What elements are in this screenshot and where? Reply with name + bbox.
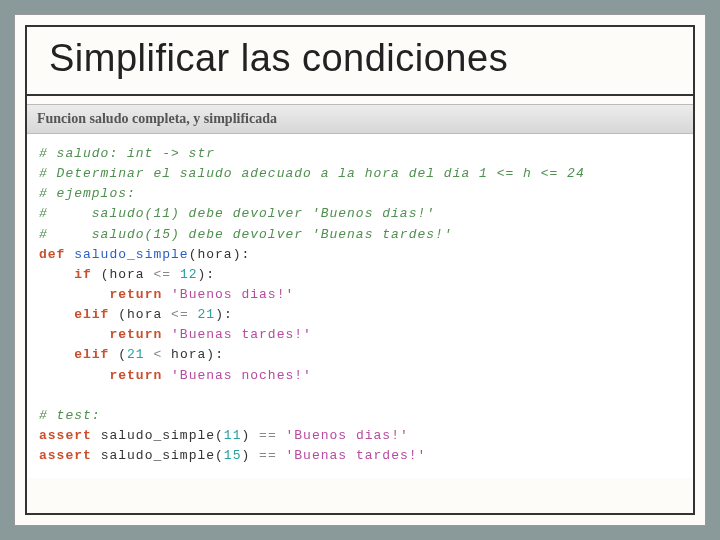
code-caption: Funcion saludo completa, y simplificada xyxy=(27,104,693,134)
ident: hora xyxy=(109,267,144,282)
kw-return: return xyxy=(109,368,162,383)
punct: ) xyxy=(241,448,250,463)
kw-elif: elif xyxy=(74,347,109,362)
func-name: saludo_simple xyxy=(74,247,188,262)
ident: hora xyxy=(127,307,162,322)
str: 'Buenas noches!' xyxy=(171,368,312,383)
punct: ): xyxy=(206,347,224,362)
comment-line: # saludo: int -> str xyxy=(39,146,215,161)
kw-def: def xyxy=(39,247,65,262)
punct: ( xyxy=(118,307,127,322)
num: 11 xyxy=(224,428,242,443)
comment-line: # Determinar el saludo adecuado a la hor… xyxy=(39,166,585,181)
str: 'Buenos dias!' xyxy=(171,287,294,302)
ident: saludo_simple xyxy=(101,448,215,463)
comment-line: # saludo(11) debe devolver 'Buenos dias!… xyxy=(39,206,435,221)
op-lt: < xyxy=(153,347,162,362)
punct: ( xyxy=(118,347,127,362)
op-eq: == xyxy=(259,448,277,463)
spacer xyxy=(27,96,693,104)
kw-assert: assert xyxy=(39,448,92,463)
str: 'Buenos dias!' xyxy=(286,428,409,443)
punct: ): xyxy=(233,247,251,262)
kw-if: if xyxy=(74,267,92,282)
code-block: # saludo: int -> str # Determinar el sal… xyxy=(27,134,693,478)
ident: saludo_simple xyxy=(101,428,215,443)
slide-title: Simplificar las condiciones xyxy=(27,27,693,94)
kw-return: return xyxy=(109,327,162,342)
str: 'Buenas tardes!' xyxy=(286,448,427,463)
punct: ( xyxy=(215,448,224,463)
punct: ( xyxy=(215,428,224,443)
num: 12 xyxy=(180,267,198,282)
num: 15 xyxy=(224,448,242,463)
param: hora xyxy=(197,247,232,262)
comment-line: # ejemplos: xyxy=(39,186,136,201)
num: 21 xyxy=(127,347,145,362)
kw-assert: assert xyxy=(39,428,92,443)
op-le: <= xyxy=(153,267,171,282)
punct: ) xyxy=(241,428,250,443)
comment-line: # test: xyxy=(39,408,101,423)
op-eq: == xyxy=(259,428,277,443)
slide-frame-outer: Simplificar las condiciones Funcion salu… xyxy=(14,14,706,526)
comment-line: # saludo(15) debe devolver 'Buenas tarde… xyxy=(39,227,453,242)
kw-return: return xyxy=(109,287,162,302)
kw-elif: elif xyxy=(74,307,109,322)
op-le: <= xyxy=(171,307,189,322)
str: 'Buenas tardes!' xyxy=(171,327,312,342)
punct: ): xyxy=(215,307,233,322)
num: 21 xyxy=(198,307,216,322)
ident: hora xyxy=(171,347,206,362)
punct: ): xyxy=(198,267,216,282)
slide-frame-inner: Simplificar las condiciones Funcion salu… xyxy=(25,25,695,515)
